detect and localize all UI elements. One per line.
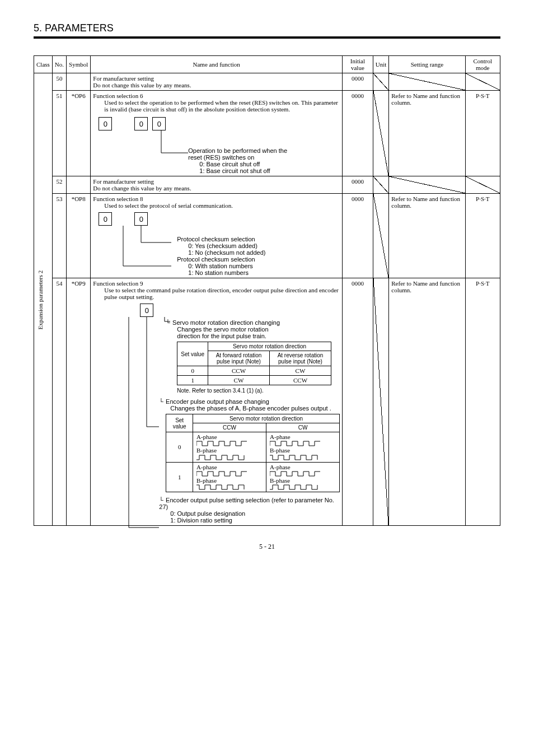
td-fwd: CW [208,376,269,385]
digit-blank [104,304,118,317]
text-line: Changes the servo motor rotation [177,326,340,333]
cell-setting: Refer to Name and function column. [389,91,465,176]
col-no: No. [52,56,66,73]
page-title: 5. PARAMETERS [34,22,500,34]
waveform-icon [196,440,247,447]
text-line: Do not change this value by any means. [93,185,340,192]
page-footer: 5 - 21 [34,543,500,551]
text-line: For manufacturer setting [93,178,340,185]
digit-boxes: 0 [104,304,340,317]
th-rev: At reverse rotation pulse input (Note) [269,351,331,366]
cell-control: P·S·T [465,91,500,176]
phase-label: B-phase [196,447,217,454]
th-ccw: CCW [193,423,266,432]
cell-no: 54 [52,278,66,526]
phase-label: B-phase [270,447,290,454]
cell-desc: For manufacturer setting Do not change t… [91,176,343,194]
col-unit: Unit [373,56,389,73]
text-line: Do not change this value by any means. [93,82,340,88]
text-line: 1: No (checksum not added) [188,249,340,256]
cell-symbol: *OP6 [67,91,91,176]
class-label: Expansion parameters 2 [34,73,53,526]
text-line: 0: Yes (checksum added) [188,242,340,249]
digit-boxes: 0 0 0 [99,117,340,130]
cell-unit-diag [373,73,389,91]
text-line: For manufacturer setting [93,75,340,82]
phase-label: A-phase [196,464,217,470]
cell-unit-diag [373,91,389,176]
cell-symbol [67,73,91,91]
text-line: Servo motor rotation direction changing [172,319,280,326]
col-class: Class [34,56,53,73]
cell-desc: For manufacturer setting Do not change t… [91,73,343,91]
waveform-icon [270,470,320,477]
waveform-icon [196,454,247,461]
digit-boxes: 0 0 [99,212,340,226]
cell-no: 50 [52,73,66,91]
cell-desc: Function selection 6 Used to select the … [91,91,343,176]
cell-unit-diag [373,278,389,526]
func-body: Use to select the command pulse rotation… [104,287,340,300]
text-line: 1: No station numbers [188,269,340,276]
cell-control-diag [465,176,500,194]
cell-desc: Function selection 8 Used to select the … [91,194,343,278]
cell-initial: 0000 [343,73,373,91]
cell-setting: Refer to Name and function column. [389,194,465,278]
title-rule [34,36,500,39]
cell-setting-diag [389,73,465,91]
text-line: direction for the input pulse train. [177,333,340,339]
td-wave: A-phase B-phase [266,432,340,463]
cell-initial: 0000 [343,278,373,526]
cell-initial: 0000 [343,91,373,176]
cell-setting: Refer to Name and function column. [389,278,465,526]
col-symbol: Symbol [67,56,91,73]
waveform-icon [270,484,320,491]
col-setting: Setting range [389,56,465,73]
td-wave: A-phase B-phase [193,462,266,492]
phase-label: B-phase [270,477,290,484]
waveform-icon [270,454,320,461]
cell-symbol: *OP9 [67,278,91,526]
th-fwd: At forward rotation pulse input (Note) [208,351,269,366]
waveform-icon [196,470,247,477]
digit: 0 [140,304,153,317]
digit: 0 [134,117,148,130]
cell-setting-diag [389,176,465,194]
digit: 0 [134,212,148,226]
phase-changing-table: Set value Servo motor rotation direction… [166,414,340,492]
func-title: Function selection 6 [93,92,340,99]
func-body: Used to select the operation to be perfo… [104,99,340,113]
digit-blank [122,304,135,317]
td-wave: A-phase B-phase [266,462,340,492]
col-name: Name and function [91,56,343,73]
cell-unit-diag [373,194,389,278]
td-wave: A-phase B-phase [193,432,266,463]
text-line: 0: With station numbers [188,263,340,269]
td-rev: CW [269,366,331,376]
th-group: Servo motor rotation direction [193,414,339,423]
cell-symbol: *OP8 [67,194,91,278]
func-title: Function selection 8 [93,195,340,202]
th-group: Servo motor rotation direction [208,342,331,351]
digit: 0 [99,117,112,130]
digit: 0 [152,117,166,130]
phase-label: B-phase [196,477,217,484]
cell-unit-diag [373,176,389,194]
cell-desc: Function selection 9 Use to select the c… [91,278,343,526]
text-line: 0: Output pulse designation [170,510,340,517]
parameters-table: Class No. Symbol Name and function Initi… [34,55,500,526]
connector-icon [154,130,238,164]
cell-initial: 0000 [343,176,373,194]
th-cw: CW [266,423,340,432]
td-rev: CCW [269,376,331,385]
connector-icon [109,317,187,552]
table-note: Note. Refer to section 3.4.1 (1) (a). [177,388,340,394]
func-body: Used to select the protocol of serial co… [104,202,340,209]
cell-control: P·S·T [465,194,500,278]
col-initial: Initial value [343,56,373,73]
text-line: 1: Division ratio setting [170,517,340,524]
td-fwd: CCW [208,366,269,376]
digit-blank [158,304,171,317]
col-control: Control mode [465,56,500,73]
connector-icon [104,226,205,287]
